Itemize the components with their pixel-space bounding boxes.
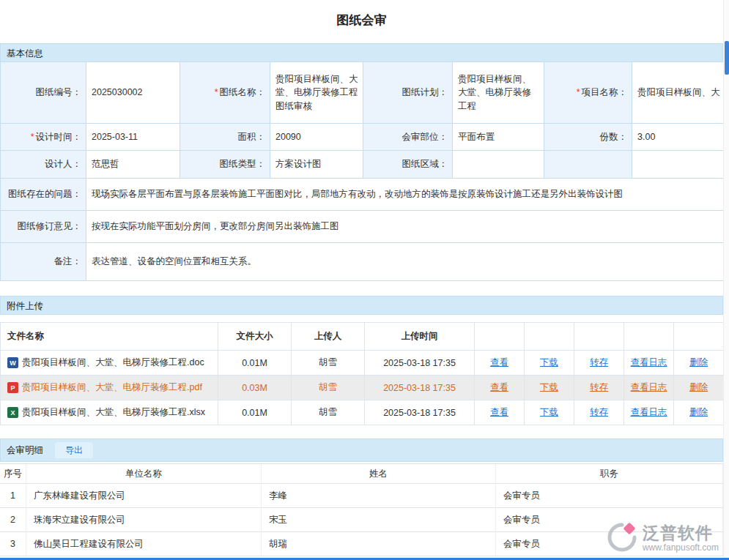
col-uploader: 上传人 (292, 323, 365, 351)
value-revision: 按现在实际功能平面划分房间，更改部分房间另出装饰施工图 (86, 211, 724, 243)
label-drawing-area: 图纸区域： (363, 151, 453, 179)
label-copies: 份数： (544, 124, 632, 151)
transfer-link[interactable]: 转存 (590, 356, 608, 369)
page-title: 图纸会审 (0, 0, 723, 43)
label-project-name: *项目名称： (544, 62, 632, 124)
col-title: 职务 (496, 464, 723, 484)
review-person: 李峰 (262, 484, 496, 508)
required-marker: * (577, 86, 580, 99)
attachments-section-title: 附件上传 (7, 301, 43, 311)
value-drawing-area (453, 151, 544, 179)
file-name: 贵阳项目样板间、大堂、电梯厅装修工程.pdf (22, 381, 202, 394)
value-problems: 现场实际各层平面布置与原各层装饰施工平面图对比，局部地方有改动，改动地方的装饰是… (86, 179, 724, 211)
value-project-name: 贵阳项目样板间、大 (632, 62, 724, 124)
attachments-table: 文件名称 文件大小 上传人 上传时间 W 贵阳项目样板间、大堂、电梯厅装修工程.… (0, 322, 723, 425)
word-file-icon: W (7, 357, 18, 368)
delete-link[interactable]: 删除 (689, 356, 708, 369)
value-drawing-plan: 贵阳项目样板间、大堂、电梯厅装修工程 (453, 62, 544, 124)
col-action-log (624, 323, 674, 351)
label-remark: 备注： (1, 243, 86, 281)
col-serial: 序号 (0, 464, 26, 484)
basic-info-section-title: 基本信息 (7, 48, 43, 59)
col-action-download (525, 323, 574, 351)
file-name-cell[interactable]: X 贵阳项目样板间、大堂、电梯厅装修工程.xlsx (1, 400, 218, 425)
label-review-part: 会审部位： (363, 124, 453, 151)
review-company: 佛山昊日工程建设有限公司 (26, 532, 262, 556)
delete-link[interactable]: 删除 (689, 406, 708, 419)
file-name: 贵阳项目样板间、大堂、电梯厅装修工程.doc (22, 356, 204, 369)
value-remark: 表达管道、设备的空间位置和相互关系。 (86, 243, 724, 281)
transfer-link[interactable]: 转存 (590, 381, 608, 394)
export-button[interactable]: 导出 (55, 442, 93, 458)
label-problems: 图纸存在的问题： (1, 179, 86, 211)
label-area: 面积： (180, 124, 270, 151)
label-drawing-name: *图纸名称： (180, 62, 270, 124)
file-size: 0.01M (218, 400, 292, 425)
review-no: 3 (0, 532, 26, 556)
download-link[interactable]: 下载 (540, 381, 558, 394)
file-uploader: 胡雪 (292, 400, 365, 425)
transfer-link[interactable]: 转存 (590, 406, 608, 419)
value-designer: 范思哲 (86, 151, 180, 179)
review-company: 珠海宋立建设有限公司 (26, 508, 262, 532)
file-uploader: 胡雪 (292, 376, 365, 400)
label-empty (544, 151, 632, 179)
col-action-view (475, 323, 525, 351)
review-no: 1 (0, 484, 26, 508)
pdf-file-icon: P (7, 382, 18, 393)
view-log-link[interactable]: 查看日志 (631, 406, 667, 419)
review-section-header: 会审明细 导出 (0, 438, 723, 462)
review-title: 会审专员 (496, 484, 723, 508)
value-design-date: 2025-03-11 (86, 124, 180, 151)
required-marker: * (31, 130, 34, 143)
col-company: 单位名称 (26, 464, 262, 484)
label-drawing-type: 图纸类型： (180, 151, 270, 179)
required-marker: * (215, 86, 218, 99)
view-link[interactable]: 查看 (490, 356, 508, 369)
label-drawing-no: 图纸编号： (1, 62, 86, 124)
col-person: 姓名 (262, 464, 496, 484)
value-review-part: 平面布置 (453, 124, 544, 151)
col-file-size: 文件大小 (218, 323, 292, 351)
col-action-delete (674, 323, 724, 351)
label-designer: 设计人： (1, 151, 86, 179)
file-upload-time: 2025-03-18 17:35 (365, 376, 475, 400)
value-area: 20090 (270, 124, 363, 151)
delete-link[interactable]: 删除 (689, 381, 708, 394)
file-uploader: 胡雪 (292, 351, 365, 376)
file-upload-time: 2025-03-18 17:35 (365, 400, 475, 425)
watermark-url: www.fanpusoft.com (643, 543, 719, 553)
download-link[interactable]: 下载 (540, 406, 558, 419)
file-name-cell[interactable]: W 贵阳项目样板间、大堂、电梯厅装修工程.doc (1, 351, 218, 376)
file-size: 0.03M (218, 376, 292, 400)
col-upload-time: 上传时间 (365, 323, 475, 351)
excel-file-icon: X (7, 407, 18, 418)
file-name-cell[interactable]: P 贵阳项目样板间、大堂、电梯厅装修工程.pdf (1, 376, 218, 400)
view-link[interactable]: 查看 (490, 381, 508, 394)
review-person: 胡瑞 (262, 532, 496, 556)
download-link[interactable]: 下载 (540, 356, 558, 369)
view-log-link[interactable]: 查看日志 (631, 381, 667, 394)
value-drawing-name: 贵阳项目样板间、大堂、电梯厅装修工程图纸审核 (270, 62, 363, 124)
fanpu-watermark: 泛普软件 www.fanpusoft.com (606, 521, 719, 556)
basic-info-section-header: 基本信息 (0, 43, 723, 62)
view-link[interactable]: 查看 (490, 406, 508, 419)
label-revision: 图纸修订意见： (1, 211, 86, 243)
value-drawing-type: 方案设计图 (270, 151, 363, 179)
col-file-name: 文件名称 (1, 323, 218, 351)
vertical-scrollbar[interactable] (723, 0, 729, 560)
label-design-date: *设计时间： (1, 124, 86, 151)
value-empty (632, 151, 724, 179)
drawing-review-page: 图纸会审 基本信息 图纸编号： 2025030002 *图纸名称： 贵阳项目样板… (0, 0, 723, 556)
file-size: 0.01M (218, 351, 292, 376)
label-drawing-plan: 图纸计划： (363, 62, 453, 124)
col-action-transfer (574, 323, 624, 351)
review-person: 宋玉 (262, 508, 496, 532)
attachments-section-header: 附件上传 (0, 296, 723, 315)
review-section-title: 会审明细 (7, 438, 43, 462)
file-name: 贵阳项目样板间、大堂、电梯厅装修工程.xlsx (22, 406, 205, 419)
value-drawing-no: 2025030002 (86, 62, 180, 124)
view-log-link[interactable]: 查看日志 (631, 356, 667, 369)
scrollbar-thumb[interactable] (725, 41, 729, 75)
review-company: 广东林峰建设有限公司 (26, 484, 262, 508)
